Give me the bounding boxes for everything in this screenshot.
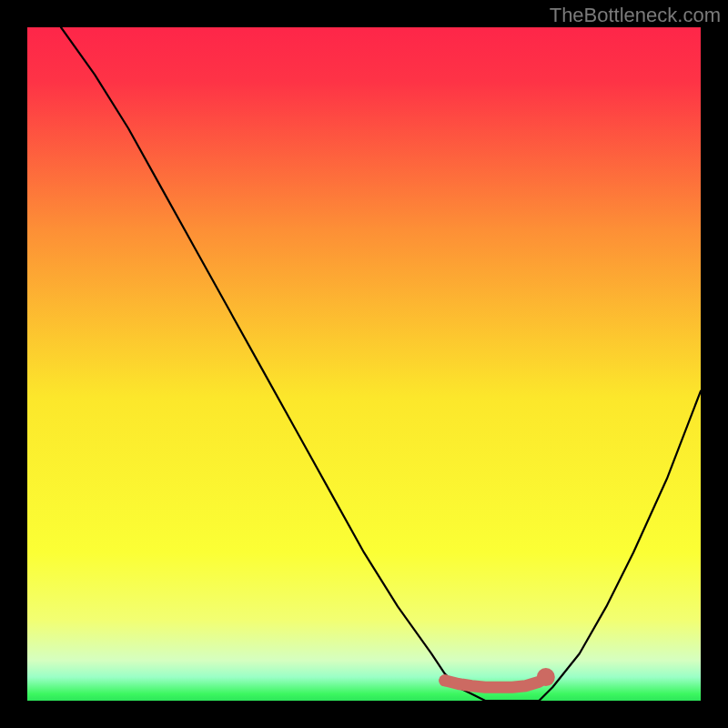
marker-dot-left	[439, 674, 450, 686]
curve-path	[61, 27, 701, 701]
marker-dot-right	[537, 668, 555, 686]
bottleneck-curve	[61, 27, 701, 701]
marker-band	[445, 677, 546, 687]
plot-area	[27, 27, 701, 701]
optimal-range-markers	[439, 668, 555, 687]
attribution-label: TheBottleneck.com	[550, 4, 721, 27]
chart-overlay	[27, 27, 701, 701]
